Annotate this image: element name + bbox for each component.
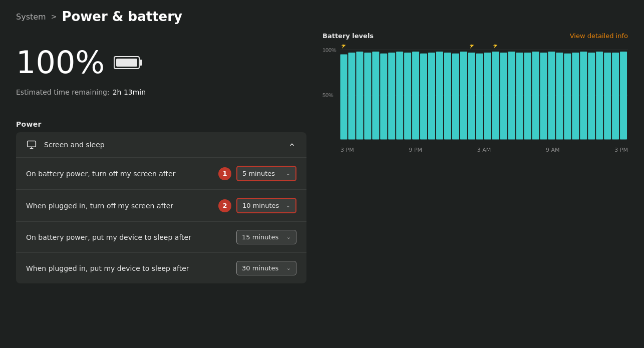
svg-text:50%: 50%	[323, 92, 334, 98]
dropdown-select[interactable]: 15 minutes⌄	[236, 230, 296, 244]
svg-rect-20	[444, 53, 451, 140]
dropdown-chevron-icon: ⌄	[286, 202, 290, 209]
chart-x-label: 3 PM	[341, 147, 354, 153]
svg-rect-0	[28, 141, 36, 147]
sleep-row-right: 30 minutes⌄	[236, 261, 296, 275]
dropdown-chevron-icon: ⌄	[286, 170, 290, 177]
sleep-row-right: 15 minutes⌄	[236, 230, 296, 244]
svg-rect-39	[596, 52, 603, 139]
chart-title: Battery levels	[323, 32, 374, 40]
svg-rect-25	[484, 53, 491, 140]
chart-x-label: 9 AM	[546, 147, 560, 153]
svg-text:⚡: ⚡	[492, 45, 499, 49]
sleep-row-right: 210 minutes⌄	[218, 198, 296, 213]
svg-rect-28	[508, 52, 515, 139]
breadcrumb-separator: >	[51, 13, 57, 21]
svg-rect-36	[572, 53, 579, 140]
svg-rect-42	[620, 52, 627, 139]
svg-rect-15	[404, 53, 411, 140]
sleep-row: On battery power, turn off my screen aft…	[16, 158, 306, 190]
power-section: Power Screen and sl	[16, 120, 306, 283]
svg-rect-12	[380, 54, 387, 140]
sleep-row-label: On battery power, put my device to sleep…	[26, 233, 191, 241]
svg-rect-31	[532, 52, 539, 139]
dropdown-select[interactable]: 10 minutes⌄	[236, 198, 296, 213]
dropdown-select[interactable]: 5 minutes⌄	[236, 166, 296, 181]
svg-rect-22	[460, 52, 467, 139]
svg-rect-34	[556, 53, 563, 140]
chart-labels: 3 PM9 PM3 AM9 AM3 PM	[323, 145, 628, 153]
svg-rect-19	[436, 52, 443, 139]
svg-rect-26	[492, 52, 499, 139]
power-label: Power	[16, 120, 306, 128]
svg-rect-37	[580, 52, 587, 139]
sleep-row-label: When plugged in, turn off my screen afte…	[26, 202, 173, 210]
svg-rect-7	[340, 54, 347, 139]
screen-sleep-title: Screen and sleep	[44, 141, 105, 149]
svg-text:⚡: ⚡	[341, 45, 347, 49]
chart-x-label: 3 AM	[477, 147, 491, 153]
svg-rect-14	[396, 52, 403, 139]
svg-rect-35	[564, 54, 571, 140]
screen-sleep-left: Screen and sleep	[26, 139, 105, 150]
svg-rect-17	[420, 54, 427, 140]
estimated-time: Estimated time remaining: 2h 13min	[16, 88, 306, 96]
chart-header: Battery levels View detailed info	[323, 32, 628, 40]
screen-sleep-header[interactable]: Screen and sleep	[16, 132, 306, 158]
svg-text:⚡: ⚡	[469, 45, 475, 49]
breadcrumb-current: Power & battery	[62, 9, 182, 24]
svg-rect-18	[428, 53, 435, 140]
battery-fill	[116, 59, 137, 67]
chart-x-label: 3 PM	[614, 147, 628, 153]
sleep-row: When plugged in, turn off my screen afte…	[16, 190, 306, 222]
svg-rect-23	[468, 53, 475, 140]
svg-rect-32	[540, 53, 547, 140]
estimated-label: Estimated time remaining:	[16, 88, 110, 96]
chevron-up-icon	[287, 140, 296, 149]
chart-area: 100% 50% ⚡⚡⚡	[323, 45, 628, 145]
svg-rect-11	[372, 52, 379, 139]
svg-rect-29	[516, 53, 523, 140]
svg-rect-24	[476, 54, 483, 140]
right-panel: Battery levels View detailed info 100% 5…	[323, 32, 628, 348]
screen-icon	[26, 139, 37, 150]
dropdown-value: 30 minutes	[242, 264, 278, 272]
view-detailed-link[interactable]: View detailed info	[570, 32, 628, 40]
estimated-value: 2h 13min	[113, 88, 146, 96]
annotation-badge: 2	[218, 199, 231, 212]
battery-icon	[114, 56, 140, 69]
dropdown-value: 15 minutes	[242, 233, 278, 241]
dropdown-select[interactable]: 30 minutes⌄	[236, 261, 296, 275]
svg-rect-41	[612, 53, 619, 140]
dropdown-value: 5 minutes	[242, 170, 275, 177]
svg-rect-30	[524, 53, 531, 140]
screen-sleep-card: Screen and sleep On battery power, turn …	[16, 132, 306, 283]
svg-rect-33	[548, 52, 555, 139]
battery-chart-svg: 100% 50% ⚡⚡⚡	[323, 45, 628, 145]
sleep-row-label: On battery power, turn off my screen aft…	[26, 170, 175, 178]
battery-percentage: 100%	[16, 47, 105, 78]
svg-rect-9	[356, 52, 363, 139]
left-panel: 100% Estimated time remaining: 2h 13min …	[16, 32, 306, 348]
annotation-badge: 1	[218, 167, 231, 180]
svg-rect-21	[452, 54, 459, 140]
sleep-row: When plugged in, put my device to sleep …	[16, 253, 306, 283]
sleep-row-label: When plugged in, put my device to sleep …	[26, 264, 189, 272]
main-content: 100% Estimated time remaining: 2h 13min …	[16, 32, 628, 348]
svg-rect-8	[348, 53, 355, 140]
svg-rect-13	[388, 53, 395, 140]
svg-rect-10	[364, 53, 371, 140]
svg-rect-27	[500, 53, 507, 140]
dropdown-value: 10 minutes	[242, 202, 279, 209]
breadcrumb: System > Power & battery	[16, 9, 628, 24]
svg-rect-16	[412, 52, 419, 139]
breadcrumb-system[interactable]: System	[16, 12, 46, 22]
battery-display: 100%	[16, 47, 306, 78]
svg-text:100%: 100%	[323, 47, 337, 53]
sleep-row: On battery power, put my device to sleep…	[16, 222, 306, 253]
chart-x-label: 9 PM	[409, 147, 422, 153]
dropdown-chevron-icon: ⌄	[286, 265, 291, 271]
page-container: System > Power & battery 100% Estimated …	[0, 0, 644, 348]
sleep-row-right: 15 minutes⌄	[218, 166, 296, 181]
battery-body	[114, 56, 140, 69]
